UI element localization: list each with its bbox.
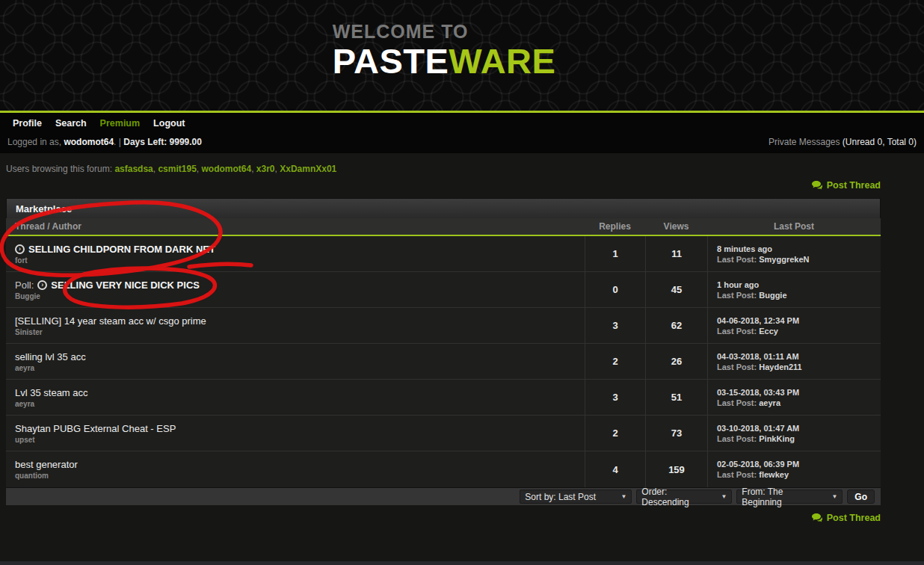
col-header-last-post[interactable]: Last Post bbox=[707, 221, 881, 232]
thread-title-link[interactable]: Lvl 35 steam acc bbox=[15, 387, 88, 398]
sort-by-value: Sort by: Last Post bbox=[525, 492, 596, 502]
thread-author-link[interactable]: Buggie bbox=[15, 292, 40, 300]
last-post-label: Last Post: bbox=[717, 470, 757, 479]
nav-logout[interactable]: Logout bbox=[147, 118, 191, 129]
goto-first-unread-icon[interactable]: › bbox=[15, 244, 25, 254]
order-select[interactable]: Order: Descending▼ bbox=[636, 490, 732, 504]
col-header-thread-author[interactable]: Thread / Author bbox=[6, 221, 585, 232]
thread-row: › SELLING CHILDPORN FROM DARK NET fort 1… bbox=[6, 236, 881, 272]
replies-count: 0 bbox=[585, 272, 645, 307]
last-post-cell: 04-03-2018, 01:11 AM Last Post: Hayden21… bbox=[707, 344, 881, 379]
last-post-label: Last Post: bbox=[717, 398, 757, 407]
thread-title-link[interactable]: Shaytan PUBG External Cheat - ESP bbox=[15, 423, 176, 434]
last-post-user-link[interactable]: PinkKing bbox=[759, 434, 795, 443]
post-thread-row-bottom: Post Thread bbox=[6, 511, 881, 524]
thread-author-link[interactable]: upset bbox=[15, 436, 35, 444]
last-post-time: 04-06-2018, 12:34 PM bbox=[717, 316, 881, 325]
from-select[interactable]: From: The Beginning▼ bbox=[736, 490, 843, 504]
go-button[interactable]: Go bbox=[847, 490, 875, 504]
thread-row: [SELLING] 14 year steam acc w/ csgo prim… bbox=[6, 308, 881, 344]
thread-cell: Poll: › SELLING VERY NICE DICK PICS Bugg… bbox=[6, 272, 585, 307]
last-post-user-link[interactable]: aeyra bbox=[759, 398, 780, 407]
thread-title-link[interactable]: SELLING VERY NICE DICK PICS bbox=[51, 280, 200, 291]
sort-by-select[interactable]: Sort by: Last Post▼ bbox=[520, 490, 632, 504]
last-post-user-link[interactable]: flewkey bbox=[759, 470, 789, 479]
last-post-label: Last Post: bbox=[717, 362, 757, 371]
separator: . | bbox=[114, 137, 121, 147]
replies-count: 2 bbox=[585, 416, 645, 451]
chevron-down-icon: ▼ bbox=[831, 493, 837, 500]
post-thread-button-bottom[interactable]: Post Thread bbox=[812, 513, 881, 523]
nav-premium[interactable]: Premium bbox=[93, 118, 147, 129]
chat-bubble-icon bbox=[812, 513, 823, 522]
site-logo[interactable]: PASTEWARE bbox=[333, 43, 556, 79]
last-post-label: Last Post: bbox=[717, 291, 757, 300]
nav-profile[interactable]: Profile bbox=[6, 118, 49, 129]
thread-author-link[interactable]: aeyra bbox=[15, 400, 34, 408]
thread-title-link[interactable]: SELLING CHILDPORN FROM DARK NET bbox=[28, 244, 215, 255]
thread-title-link[interactable]: [SELLING] 14 year steam acc w/ csgo prim… bbox=[15, 315, 206, 327]
last-post-cell: 02-05-2018, 06:39 PM Last Post: flewkey bbox=[707, 451, 881, 487]
thread-author-link[interactable]: Sinister bbox=[15, 328, 43, 336]
chat-bubble-icon bbox=[812, 181, 823, 190]
browsing-user-link[interactable]: x3r0 bbox=[256, 164, 275, 174]
thread-author-link[interactable]: aeyra bbox=[15, 364, 34, 372]
content-column: Users browsing this forum: asfasdsa, csm… bbox=[6, 153, 881, 524]
browsing-user-link[interactable]: asfasdsa bbox=[114, 164, 153, 174]
last-post-time: 03-10-2018, 01:47 AM bbox=[717, 424, 881, 433]
last-post-time: 8 minutes ago bbox=[717, 244, 881, 253]
last-post-user-link[interactable]: Hayden211 bbox=[759, 362, 801, 371]
replies-count: 4 bbox=[585, 451, 645, 487]
browsing-user-link[interactable]: wodomot64 bbox=[201, 164, 251, 174]
current-username-link[interactable]: wodomot64 bbox=[64, 137, 114, 147]
replies-count: 2 bbox=[585, 344, 645, 379]
replies-count: 1 bbox=[585, 236, 645, 271]
last-post-cell: 1 hour ago Last Post: Buggie bbox=[707, 272, 881, 307]
last-post-time: 04-03-2018, 01:11 AM bbox=[717, 352, 881, 361]
post-thread-button-top[interactable]: Post Thread bbox=[812, 180, 881, 191]
chevron-down-icon: ▼ bbox=[721, 493, 727, 500]
last-post-user-link[interactable]: Buggie bbox=[759, 291, 786, 300]
private-messages-info: Private Messages (Unread 0, Total 0) bbox=[769, 137, 917, 147]
banner-inner: WELCOME TO PASTEWARE bbox=[333, 0, 556, 79]
thread-row: selling lvl 35 acc aeyra 2 26 04-03-2018… bbox=[6, 344, 881, 380]
table-column-headers: Thread / Author Replies Views Last Post bbox=[6, 218, 881, 236]
replies-count: 3 bbox=[585, 380, 645, 415]
post-thread-label-top: Post Thread bbox=[827, 180, 881, 191]
logged-in-info: Logged in as, wodomot64. | Days Left: 99… bbox=[7, 137, 202, 147]
users-browsing-label: Users browsing this forum: bbox=[6, 164, 112, 174]
thread-author-link[interactable]: quantiom bbox=[15, 472, 49, 480]
chevron-down-icon: ▼ bbox=[620, 493, 626, 500]
last-post-cell: 04-06-2018, 12:34 PM Last Post: Eccy bbox=[707, 308, 881, 343]
thread-row: Poll: › SELLING VERY NICE DICK PICS Bugg… bbox=[6, 272, 881, 308]
private-messages-counts: (Unread 0, Total 0) bbox=[843, 137, 917, 147]
banner-welcome-text: WELCOME TO bbox=[333, 21, 556, 43]
last-post-label: Last Post: bbox=[717, 327, 757, 336]
sort-bar: Sort by: Last Post▼ Order: Descending▼ F… bbox=[6, 487, 881, 505]
logo-paste: PASTE bbox=[333, 41, 449, 81]
thread-cell: selling lvl 35 acc aeyra bbox=[6, 344, 585, 379]
thread-title-link[interactable]: best generator bbox=[15, 459, 78, 470]
col-header-views[interactable]: Views bbox=[645, 221, 707, 232]
thread-cell: best generator quantiom bbox=[6, 451, 585, 487]
last-post-label: Last Post: bbox=[717, 434, 757, 443]
views-count: 159 bbox=[645, 451, 707, 487]
thread-author-link[interactable]: fort bbox=[15, 256, 28, 265]
navbar: Profile Search Premium Logout bbox=[0, 113, 924, 134]
last-post-user-link[interactable]: Eccy bbox=[759, 327, 778, 336]
thread-title-link[interactable]: selling lvl 35 acc bbox=[15, 351, 86, 362]
private-messages-link[interactable]: Private Messages bbox=[769, 137, 840, 147]
browsing-user-link[interactable]: csmit195 bbox=[158, 164, 196, 174]
users-browsing-line: Users browsing this forum: asfasdsa, csm… bbox=[6, 164, 881, 176]
goto-first-unread-icon[interactable]: › bbox=[37, 280, 47, 290]
browsing-user-link[interactable]: XxDamnXx01 bbox=[280, 164, 336, 174]
last-post-user-link[interactable]: SmyggrekeN bbox=[759, 255, 809, 264]
views-count: 26 bbox=[645, 344, 707, 379]
views-count: 62 bbox=[645, 308, 707, 343]
logo-ware: WARE bbox=[449, 41, 555, 81]
thread-row: Shaytan PUBG External Cheat - ESP upset … bbox=[6, 416, 881, 451]
users-browsing-list: asfasdsa, csmit195, wodomot64, x3r0, XxD… bbox=[114, 164, 336, 174]
nav-search[interactable]: Search bbox=[49, 118, 93, 129]
thread-rows: › SELLING CHILDPORN FROM DARK NET fort 1… bbox=[6, 236, 881, 487]
col-header-replies[interactable]: Replies bbox=[585, 221, 645, 232]
